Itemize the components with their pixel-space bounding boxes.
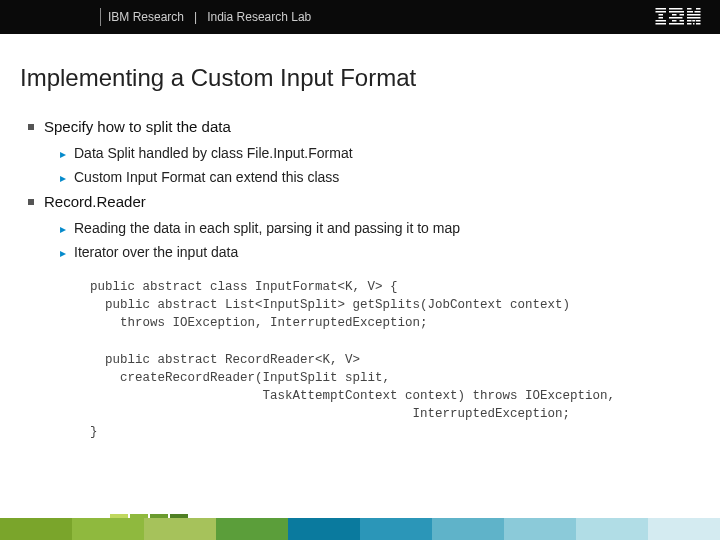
section-2-sub-1: ▸ Reading the data in each split, parsin… [20, 220, 700, 236]
svg-rect-16 [687, 11, 693, 13]
arrow-bullet-icon: ▸ [60, 222, 66, 236]
section-1-sub-1-text: Data Split handled by class File.Input.F… [74, 145, 353, 161]
svg-rect-9 [680, 14, 685, 16]
section-1-sub-2-text: Custom Input Format can extend this clas… [74, 169, 339, 185]
svg-rect-13 [669, 23, 684, 25]
svg-rect-17 [695, 11, 701, 13]
code-snippet: public abstract class InputFormat<K, V> … [90, 278, 700, 441]
arrow-bullet-icon: ▸ [60, 147, 66, 161]
stripe-segment [216, 518, 288, 540]
divider-text: | [194, 10, 197, 24]
svg-rect-14 [687, 8, 692, 10]
svg-rect-0 [656, 8, 667, 10]
header-org: IBM Research | India Research Lab [108, 10, 311, 24]
svg-rect-10 [669, 17, 683, 19]
stripe-segment [504, 518, 576, 540]
svg-rect-2 [659, 14, 664, 16]
stripe-segment [576, 518, 648, 540]
header-bar: IBM Research | India Research Lab [0, 0, 720, 34]
svg-rect-7 [669, 11, 684, 13]
svg-rect-21 [692, 20, 695, 22]
section-2: Record.Reader [20, 193, 700, 210]
section-1-label: Specify how to split the data [44, 118, 231, 135]
stripe-segment [360, 518, 432, 540]
header-divider [100, 8, 101, 26]
section-1: Specify how to split the data [20, 118, 700, 135]
svg-rect-15 [696, 8, 701, 10]
svg-rect-24 [693, 23, 695, 25]
svg-rect-25 [696, 23, 701, 25]
square-bullet-icon [28, 124, 34, 130]
stripe-segment [72, 518, 144, 540]
svg-rect-19 [687, 17, 701, 19]
svg-rect-22 [696, 20, 701, 22]
ibm-logo-icon [654, 8, 702, 26]
svg-rect-1 [656, 11, 667, 13]
svg-rect-18 [687, 14, 701, 16]
arrow-bullet-icon: ▸ [60, 246, 66, 260]
svg-rect-20 [687, 20, 692, 22]
svg-rect-4 [656, 20, 667, 22]
section-2-sub-2-text: Iterator over the input data [74, 244, 238, 260]
svg-rect-3 [659, 17, 664, 19]
stripe-segment [432, 518, 504, 540]
org-text: IBM Research [108, 10, 184, 24]
slide-content: Implementing a Custom Input Format Speci… [0, 34, 720, 441]
section-2-sub-1-text: Reading the data in each split, parsing … [74, 220, 460, 236]
stripe-segment [0, 518, 72, 540]
svg-rect-23 [687, 23, 692, 25]
svg-rect-8 [672, 14, 677, 16]
stripe-segment [144, 518, 216, 540]
section-1-sub-2: ▸ Custom Input Format can extend this cl… [20, 169, 700, 185]
footer-stripe [0, 518, 720, 540]
section-2-label: Record.Reader [44, 193, 146, 210]
section-2-sub-2: ▸ Iterator over the input data [20, 244, 700, 260]
lab-text: India Research Lab [207, 10, 311, 24]
stripe-segment [288, 518, 360, 540]
page-title: Implementing a Custom Input Format [20, 64, 700, 92]
section-1-sub-1: ▸ Data Split handled by class File.Input… [20, 145, 700, 161]
svg-rect-6 [669, 8, 683, 10]
square-bullet-icon [28, 199, 34, 205]
arrow-bullet-icon: ▸ [60, 171, 66, 185]
stripe-segment [648, 518, 720, 540]
svg-rect-12 [680, 20, 685, 22]
svg-rect-11 [672, 20, 677, 22]
svg-rect-5 [656, 23, 667, 25]
